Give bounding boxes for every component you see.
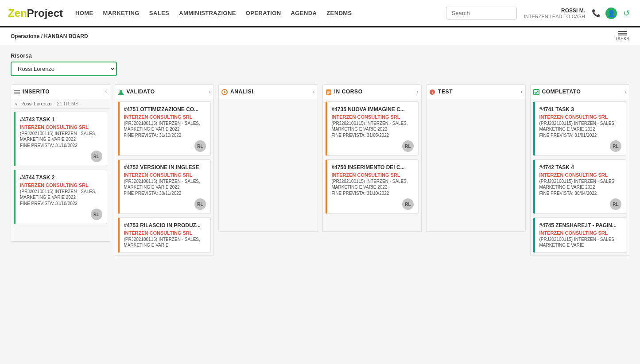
app-logo[interactable]: ZenProject	[8, 7, 63, 19]
subheader-chevron-icon[interactable]: ∨	[15, 101, 18, 106]
nav-marketing[interactable]: MARKETING	[103, 8, 140, 18]
nav-operation[interactable]: OPERATION	[246, 8, 281, 18]
col-icon-inserito	[14, 88, 20, 95]
card-company: INTERZEN CONSULTING SRL	[124, 114, 206, 120]
card-deadline: FINE PREVISTA: 31/10/2022	[20, 143, 102, 148]
col-subheader: ∨Rossi Lorenzo · 21 ITEMS	[11, 99, 110, 109]
card-id-title: #4745 ZENSHARE.IT - PAGIN...	[539, 222, 622, 228]
card-id-title: #4743 TASK 1	[20, 116, 102, 123]
col-collapse-inserito[interactable]: ‹	[105, 89, 107, 95]
card-deadline: FINE PREVISTA: 31/10/2022	[20, 201, 102, 206]
card-project: (PRJ202100115) INTERZEN - SALES, MARKETI…	[539, 236, 622, 248]
card-deadline: FINE PREVISTA: 31/10/2022	[332, 191, 414, 196]
nav-agenda[interactable]: AGENDA	[291, 8, 317, 18]
main-content: Risorsa Rossi Lorenzo INSERITO‹∨Rossi Lo…	[0, 45, 640, 263]
card-company: INTERZEN CONSULTING SRL	[539, 172, 622, 178]
card-deadline: FINE PREVISTA: 31/10/2022	[124, 133, 206, 138]
kanban-card[interactable]: #4742 TASK 4INTERZEN CONSULTING SRL(PRJ2…	[533, 159, 627, 214]
card-project: (PRJ202100115) INTERZEN - SALES, MARKETI…	[332, 178, 414, 190]
card-project: (PRJ202100115) INTERZEN - SALES, MARKETI…	[539, 120, 622, 132]
card-avatar: RL	[610, 198, 621, 210]
col-header-validato: VALIDATO‹	[115, 84, 214, 99]
refresh-icon[interactable]: ↺	[621, 8, 632, 19]
kanban-card[interactable]: #4750 INSERIMENTO DEI C...INTERZEN CONSU…	[326, 159, 419, 214]
nav-sales[interactable]: SALES	[149, 8, 169, 18]
breadcrumb: Operazione / KANBAN BOARD	[11, 33, 88, 39]
risorsa-select[interactable]: Rossi Lorenzo	[11, 62, 117, 76]
col-title-analisi: ANALISI	[230, 89, 310, 95]
col-title-inserito: INSERITO	[23, 89, 103, 95]
col-title-validato: VALIDATO	[127, 89, 207, 95]
col-header-completato: COMPLETATO‹	[530, 84, 630, 99]
col-cards-test	[426, 99, 526, 232]
kanban-card[interactable]: #4753 RILASCIO IN PRODUZ...INTERZEN CONS…	[118, 217, 211, 253]
svg-rect-9	[327, 93, 329, 94]
svg-text:!: !	[432, 91, 433, 95]
card-id-title: #4751 OTTIMIZZAZIONE CO...	[124, 106, 206, 112]
card-avatar: RL	[610, 140, 621, 152]
card-project: (PRJ202100115) INTERZEN - SALES, MARKETI…	[124, 236, 206, 248]
col-title-test: TEST	[438, 89, 518, 95]
tasks-button[interactable]: TASKS	[615, 31, 629, 41]
kanban-card[interactable]: #4741 TASK 3INTERZEN CONSULTING SRL(PRJ2…	[533, 101, 627, 156]
user-name: ROSSI M.	[561, 8, 585, 14]
col-collapse-test[interactable]: ‹	[521, 89, 523, 95]
kanban-card[interactable]: #4744 TASK 2INTERZEN CONSULTING SRL(PRJ2…	[14, 170, 107, 224]
card-id-title: #4742 TASK 4	[539, 164, 622, 170]
col-collapse-completato[interactable]: ‹	[624, 89, 626, 95]
svg-rect-12	[534, 89, 539, 95]
col-collapse-validato[interactable]: ‹	[209, 89, 211, 95]
breadcrumb-page: KANBAN BOARD	[44, 33, 88, 39]
col-icon-validato	[118, 88, 124, 95]
top-navigation: ZenProject HOME MARKETING SALES AMMINIST…	[0, 0, 640, 27]
search-input[interactable]	[446, 7, 517, 19]
logo-project: Project	[27, 7, 63, 19]
card-company: INTERZEN CONSULTING SRL	[124, 230, 206, 236]
card-id-title: #4750 INSERIMENTO DEI C...	[332, 164, 414, 170]
svg-rect-7	[327, 91, 330, 92]
card-company: INTERZEN CONSULTING SRL	[20, 182, 102, 188]
nav-amministrazione[interactable]: AMMINISTRAZIONE	[179, 8, 236, 18]
card-project: (PRJ202100115) INTERZEN - SALES, MARKETI…	[20, 189, 102, 200]
user-icon[interactable]: 👤	[605, 8, 617, 19]
card-project: (PRJ202100115) INTERZEN - SALES, MARKETI…	[539, 178, 622, 190]
card-project: (PRJ202100115) INTERZEN - SALES, MARKETI…	[124, 178, 206, 190]
subheader-name: Rossi Lorenzo	[20, 101, 51, 106]
phone-icon[interactable]: 📞	[590, 8, 602, 19]
card-deadline: FINE PREVISTA: 30/11/2022	[124, 191, 206, 196]
subheader-count: · 21 ITEMS	[54, 101, 78, 106]
col-cards-analisi	[218, 99, 318, 232]
col-title-incorso: IN CORSO	[334, 89, 415, 95]
card-id-title: #4741 TASK 3	[539, 106, 622, 112]
kanban-card[interactable]: #4745 ZENSHARE.IT - PAGIN...INTERZEN CON…	[533, 217, 627, 253]
col-header-analisi: ANALISI‹	[218, 84, 318, 99]
svg-point-5	[224, 91, 225, 93]
card-company: INTERZEN CONSULTING SRL	[539, 114, 622, 120]
card-company: INTERZEN CONSULTING SRL	[20, 124, 102, 130]
col-collapse-incorso[interactable]: ‹	[417, 89, 419, 95]
kanban-card[interactable]: #4735 NUOVA IMMAGINE C...INTERZEN CONSUL…	[326, 101, 419, 156]
nav-links: HOME MARKETING SALES AMMINISTRAZIONE OPE…	[75, 8, 446, 18]
col-cards-incorso: #4735 NUOVA IMMAGINE C...INTERZEN CONSUL…	[322, 99, 422, 232]
kanban-card[interactable]: #4752 VERSIONE IN INGLESEINTERZEN CONSUL…	[118, 159, 211, 214]
kanban-board: INSERITO‹∨Rossi Lorenzo · 21 ITEMS#4743 …	[11, 84, 629, 256]
card-deadline: FINE PREVISTA: 31/05/2022	[332, 133, 414, 138]
card-company: INTERZEN CONSULTING SRL	[332, 114, 414, 120]
card-company: INTERZEN CONSULTING SRL	[124, 172, 206, 178]
tasks-label: TASKS	[615, 36, 629, 41]
col-collapse-analisi[interactable]: ‹	[313, 89, 315, 95]
risorsa-label: Risorsa	[11, 52, 629, 59]
nav-zendms[interactable]: ZENDMS	[326, 8, 352, 18]
svg-rect-8	[327, 92, 330, 93]
card-project: (PRJ202100115) INTERZEN - SALES, MARKETI…	[124, 120, 206, 132]
kanban-card[interactable]: #4751 OTTIMIZZAZIONE CO...INTERZEN CONSU…	[118, 101, 211, 156]
col-cards-inserito: #4743 TASK 1INTERZEN CONSULTING SRL(PRJ2…	[11, 109, 110, 242]
col-cards-completato: #4741 TASK 3INTERZEN CONSULTING SRL(PRJ2…	[530, 99, 630, 256]
kanban-card[interactable]: #4743 TASK 1INTERZEN CONSULTING SRL(PRJ2…	[14, 112, 107, 166]
col-header-incorso: IN CORSO‹	[322, 84, 422, 99]
col-cards-validato: #4751 OTTIMIZZAZIONE CO...INTERZEN CONSU…	[115, 99, 214, 256]
nav-home[interactable]: HOME	[75, 8, 93, 18]
search-wrap	[446, 7, 517, 19]
card-avatar: RL	[402, 140, 414, 152]
kanban-col-test: !TEST‹	[426, 84, 526, 256]
